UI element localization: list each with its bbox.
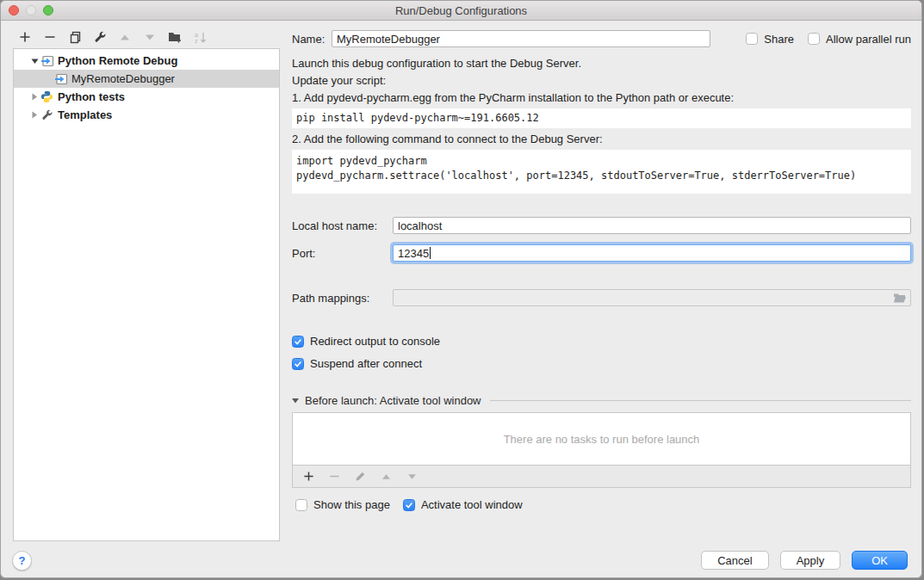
task-up-icon[interactable] xyxy=(379,470,393,484)
chevron-right-icon[interactable] xyxy=(29,111,40,119)
remove-task-icon[interactable] xyxy=(327,470,341,484)
edit-icon[interactable] xyxy=(93,30,107,44)
before-launch-header[interactable]: Before launch: Activate tool window xyxy=(292,394,911,407)
checkbox-unchecked-icon xyxy=(808,33,820,45)
allow-parallel-run-checkbox[interactable]: Allow parallel run xyxy=(808,33,911,46)
add-task-icon[interactable] xyxy=(301,470,315,484)
cancel-button[interactable]: Cancel xyxy=(701,551,768,570)
tree-item-label: Python Remote Debug xyxy=(58,54,177,67)
separator-line xyxy=(490,400,911,401)
remove-icon[interactable] xyxy=(43,30,57,44)
tree-item-templates[interactable]: Templates xyxy=(14,106,279,124)
step2-text: 2. Add the following command to connect … xyxy=(292,132,911,147)
move-up-icon[interactable] xyxy=(118,30,132,44)
launch-instruction-text: Launch this debug configuration to start… xyxy=(292,56,911,71)
tree-item-label: Python tests xyxy=(58,90,125,103)
svg-text:z: z xyxy=(195,38,198,44)
checkbox-unchecked-icon xyxy=(295,499,307,511)
tree-item-label: MyRemoteDebugger xyxy=(71,72,175,85)
svg-text:a: a xyxy=(195,31,198,37)
path-mappings-label: Path mappings: xyxy=(292,292,393,305)
tree-item-python-tests[interactable]: Python tests xyxy=(14,88,279,106)
zoom-button[interactable] xyxy=(43,5,53,15)
activate-tool-window-checkbox[interactable]: Activate tool window xyxy=(403,498,523,511)
path-mappings-input[interactable] xyxy=(393,289,911,306)
configurations-tree: Python Remote Debug MyRemoteDebugger Pyt… xyxy=(13,48,280,541)
move-down-icon[interactable] xyxy=(143,30,157,44)
checkbox-checked-icon xyxy=(403,499,415,511)
name-input[interactable] xyxy=(332,30,710,47)
configurations-toolbar: az xyxy=(18,28,207,46)
new-folder-icon[interactable] xyxy=(168,30,182,44)
edit-task-icon[interactable] xyxy=(353,470,367,484)
python-icon xyxy=(40,90,54,104)
sort-icon[interactable]: az xyxy=(193,30,207,44)
pip-install-code: pip install pydevd-pycharm~=191.6605.12 xyxy=(292,108,911,128)
wrench-icon xyxy=(40,108,54,122)
tree-item-label: Templates xyxy=(58,108,112,121)
before-launch-task-list: There are no tasks to run before launch xyxy=(292,412,911,488)
tasks-toolbar xyxy=(293,465,910,487)
text-caret xyxy=(430,247,431,259)
run-debug-configurations-dialog: Run/Debug Configurations xyxy=(0,0,922,578)
copy-icon[interactable] xyxy=(68,30,82,44)
minimize-button[interactable] xyxy=(26,5,36,15)
window-controls xyxy=(9,5,53,15)
update-script-text: Update your script: xyxy=(292,73,911,89)
redirect-output-checkbox[interactable]: Redirect output to console xyxy=(292,335,911,348)
task-down-icon[interactable] xyxy=(405,470,419,484)
ok-button[interactable]: OK xyxy=(852,551,908,570)
chevron-down-icon[interactable] xyxy=(29,58,40,65)
checkbox-checked-icon xyxy=(292,336,304,348)
remote-debug-icon xyxy=(53,72,68,86)
chevron-down-icon xyxy=(292,398,299,404)
apply-button[interactable]: Apply xyxy=(780,551,841,570)
port-input[interactable]: 12345 xyxy=(393,244,911,262)
port-label: Port: xyxy=(292,247,393,260)
local-host-name-label: Local host name: xyxy=(292,219,393,232)
checkbox-checked-icon xyxy=(292,358,304,370)
share-checkbox[interactable]: Share xyxy=(746,33,794,46)
step1-text: 1. Add pydevd-pycharm.egg from the PyCha… xyxy=(292,90,911,106)
tree-item-myremotedebugger[interactable]: MyRemoteDebugger xyxy=(14,70,279,88)
add-icon[interactable] xyxy=(18,30,32,44)
suspend-after-connect-checkbox[interactable]: Suspend after connect xyxy=(292,357,911,370)
settrace-code: import pydevd_pycharmpydevd_pycharm.sett… xyxy=(292,150,911,194)
show-this-page-checkbox[interactable]: Show this page xyxy=(295,498,390,511)
close-button[interactable] xyxy=(9,5,19,15)
help-button[interactable]: ? xyxy=(12,551,32,571)
title-bar: Run/Debug Configurations xyxy=(1,1,921,21)
window-title: Run/Debug Configurations xyxy=(395,4,527,17)
local-host-name-input[interactable] xyxy=(393,217,911,234)
remote-debug-icon xyxy=(40,54,54,68)
chevron-right-icon[interactable] xyxy=(29,93,40,101)
empty-tasks-message: There are no tasks to run before launch xyxy=(293,413,910,465)
checkbox-unchecked-icon xyxy=(746,33,758,45)
folder-browse-icon[interactable] xyxy=(893,291,907,305)
tree-item-python-remote-debug[interactable]: Python Remote Debug xyxy=(14,52,279,70)
before-launch-label: Before launch: Activate tool window xyxy=(305,394,481,407)
name-label: Name: xyxy=(292,33,332,46)
